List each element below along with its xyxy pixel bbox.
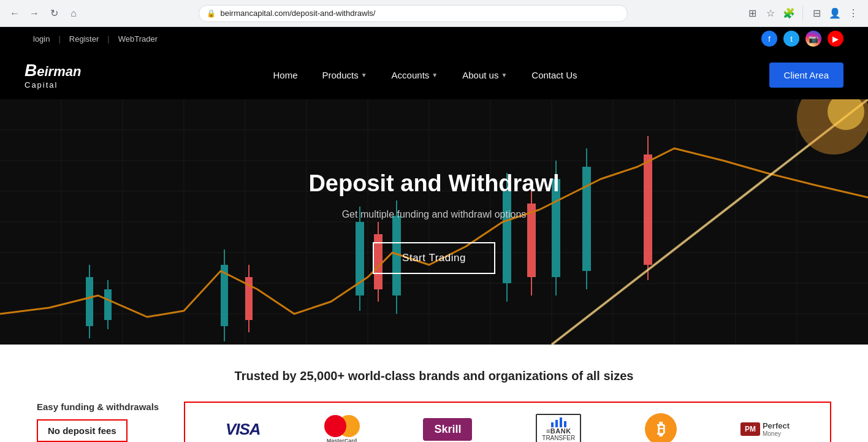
svg-rect-51 — [582, 167, 591, 271]
client-area-button[interactable]: Client Area — [769, 63, 843, 88]
mc-red-circle — [324, 415, 346, 437]
nav-accounts[interactable]: Accounts ▼ — [379, 50, 451, 99]
bitcoin-logo: ₿ — [645, 414, 677, 442]
pm-line1: Perfect — [763, 421, 790, 430]
login-link[interactable]: login — [25, 34, 58, 44]
address-bar[interactable]: 🔒 beirmancapital.com/deposit-and-withdra… — [199, 5, 628, 22]
svg-rect-21 — [86, 277, 93, 326]
about-chevron-icon: ▼ — [501, 72, 507, 78]
mastercard-wrapper: MasterCard — [324, 415, 360, 443]
nav-about-label: About us — [462, 70, 498, 80]
home-button[interactable]: ⌂ — [66, 6, 81, 21]
logo-capital: Capital — [25, 80, 81, 90]
hero-title: Deposit and Withdrawl — [308, 170, 559, 197]
bank-transfer-logo: ≡BANK TRANSFER — [536, 414, 581, 442]
browser-chrome: ← → ↻ ⌂ 🔒 beirmancapital.com/deposit-and… — [0, 0, 868, 27]
start-trading-button[interactable]: Start Trading — [373, 242, 495, 274]
skrill-logo: Skrill — [423, 414, 472, 442]
logo-eirman: eirman — [37, 64, 81, 80]
screen-cast-button[interactable]: ⊟ — [809, 6, 824, 21]
mastercard-logo: MasterCard — [324, 414, 360, 442]
twitter-icon[interactable]: t — [783, 31, 799, 47]
perfect-money-logo: PM Perfect Money — [740, 414, 790, 442]
bar1 — [551, 422, 554, 427]
logo[interactable]: B eirman Capital — [25, 61, 81, 90]
bar3 — [560, 417, 562, 427]
webtrader-link[interactable]: WebTrader — [110, 34, 166, 44]
refresh-button[interactable]: ↻ — [47, 6, 61, 21]
social-icons: f t 📷 ▶ — [761, 31, 843, 47]
easy-funding-label: Easy funding & withdrawals — [37, 402, 159, 412]
mc-brand-text: MasterCard — [327, 438, 357, 443]
top-bar: login | Register | WebTrader f t 📷 ▶ — [0, 27, 868, 50]
trusted-text: Trusted by 25,000+ world-class brands an… — [37, 369, 831, 383]
pm-text-block: Perfect Money — [763, 421, 790, 437]
white-section: Trusted by 25,000+ world-class brands an… — [0, 345, 868, 442]
bitcoin-symbol: ₿ — [645, 413, 677, 442]
svg-rect-24 — [104, 289, 112, 320]
bank-transfer-box: ≡BANK TRANSFER — [536, 414, 581, 443]
no-deposit-text: No deposit fees — [48, 425, 116, 436]
bank-text-line1: ≡BANK — [546, 427, 571, 435]
nav-links: Home Products ▼ Accounts ▼ About us ▼ Co… — [261, 50, 589, 99]
nav-accounts-label: Accounts — [392, 70, 430, 80]
menu-button[interactable]: ⋮ — [846, 6, 861, 21]
pm-badge: PM — [740, 422, 760, 436]
nav-products-label: Products — [322, 70, 358, 80]
lock-icon: 🔒 — [207, 9, 216, 18]
instagram-icon[interactable]: 📷 — [805, 31, 821, 47]
profile-button[interactable]: 👤 — [828, 6, 842, 21]
bank-text-line2: TRANSFER — [542, 435, 575, 441]
payment-logos-box: VISA MasterCard Skrill — [184, 402, 831, 442]
hero-section: Deposit and Withdrawl Get multiple fundi… — [0, 99, 868, 345]
top-bar-links: login | Register | WebTrader — [25, 34, 166, 44]
products-chevron-icon: ▼ — [361, 72, 367, 78]
hero-subtitle: Get multiple funding and withdrawl optio… — [308, 209, 559, 220]
forward-button[interactable]: → — [27, 6, 42, 21]
nav-products[interactable]: Products ▼ — [310, 50, 379, 99]
youtube-icon[interactable]: ▶ — [828, 31, 843, 47]
extensions-button[interactable]: 🧩 — [782, 6, 796, 21]
pm-wrapper: PM Perfect Money — [740, 421, 790, 437]
pm-line2: Money — [763, 430, 790, 437]
back-button[interactable]: ← — [7, 6, 22, 21]
visa-text: VISA — [226, 420, 261, 439]
url-text: beirmancapital.com/deposit-and-withdrawl… — [221, 9, 376, 18]
navbar: B eirman Capital Home Products ▼ Account… — [0, 50, 868, 99]
browser-actions: ⊞ ☆ 🧩 ⊟ 👤 ⋮ — [745, 6, 861, 21]
nav-about[interactable]: About us ▼ — [450, 50, 519, 99]
bar2 — [555, 420, 558, 427]
visa-logo: VISA — [226, 414, 261, 442]
nav-contact[interactable]: Contact Us — [519, 50, 589, 99]
accounts-chevron-icon: ▼ — [432, 72, 438, 78]
bar4 — [564, 421, 566, 427]
hero-content: Deposit and Withdrawl Get multiple fundi… — [296, 134, 571, 311]
bank-bars — [550, 417, 567, 427]
register-link[interactable]: Register — [61, 34, 107, 44]
logo-b: B — [25, 61, 37, 80]
funding-left: Easy funding & withdrawals No deposit fe… — [37, 402, 159, 442]
no-deposit-box: No deposit fees — [37, 419, 128, 442]
mc-circles — [324, 415, 360, 437]
nav-home[interactable]: Home — [261, 50, 310, 99]
bookmark-button[interactable]: ☆ — [763, 6, 778, 21]
funding-row: Easy funding & withdrawals No deposit fe… — [37, 402, 831, 442]
translate-button[interactable]: ⊞ — [745, 6, 760, 21]
facebook-icon[interactable]: f — [761, 31, 777, 47]
svg-rect-54 — [644, 154, 652, 265]
skrill-text: Skrill — [423, 418, 472, 441]
